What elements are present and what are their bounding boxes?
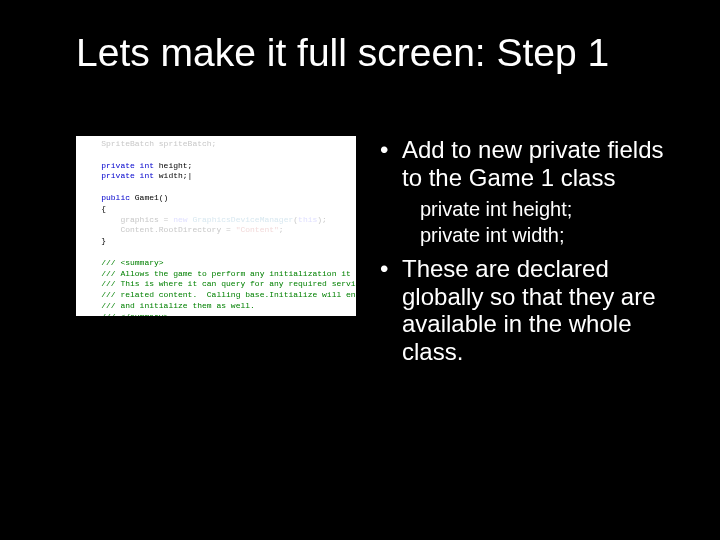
code-line: private int width;| [82,171,356,182]
bullet-list: Add to new private fields to the Game 1 … [380,136,670,372]
bullet-level-2: private int width; [380,223,670,247]
code-line: /// This is where it can query for any r… [82,279,356,290]
code-line: { [82,204,356,215]
bullet-level-1: These are declared globally so that they… [380,255,670,365]
code-line: Content.RootDirectory = "Content"; [82,225,356,236]
slide: Lets make it full screen: Step 1 SpriteB… [0,0,720,540]
bullet-level-1: Add to new private fields to the Game 1 … [380,136,670,191]
code-line: /// related content. Calling base.Initia… [82,290,356,301]
code-line: public Game1() [82,193,356,204]
code-line: /// and initialize them as well. [82,301,356,312]
code-line: private int height; [82,161,356,172]
bullet-level-2: private int height; [380,197,670,221]
code-line: /// </summary> [82,312,356,316]
code-line [82,247,356,258]
code-line: } [82,236,356,247]
code-line: SpriteBatch spriteBatch; [82,139,356,150]
code-line [82,150,356,161]
code-screenshot: SpriteBatch spriteBatch; private int hei… [76,136,356,316]
code-line: /// <summary> [82,258,356,269]
slide-title: Lets make it full screen: Step 1 [76,32,670,75]
code-line: graphics = new GraphicsDeviceManager(thi… [82,215,356,226]
code-line [82,182,356,193]
code-line: /// Allows the game to perform any initi… [82,269,356,280]
